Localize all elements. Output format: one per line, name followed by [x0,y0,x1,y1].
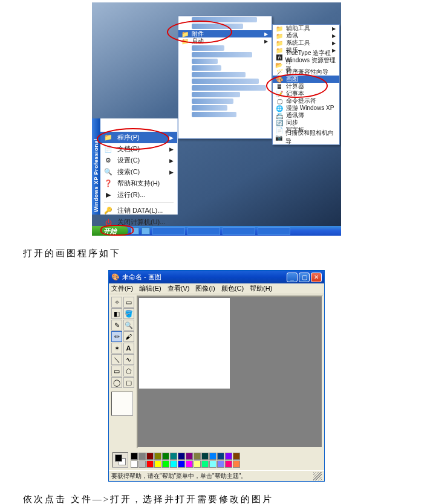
color-swatch[interactable] [209,453,217,460]
explorer-icon: 📂 [275,61,283,68]
acc-scanner[interactable]: 📷扫描仪和照相机向导 [273,134,339,141]
color-palette-bar [110,450,323,470]
tool-curve[interactable]: ∿ [123,354,134,365]
tool-brush[interactable]: 🖌 [123,331,134,342]
color-swatch[interactable] [170,453,177,460]
start-menu-settings[interactable]: ⚙ 设置(C) ▶ [100,155,177,166]
canvas[interactable] [139,298,230,389]
menu-file[interactable]: 文件(F) [111,284,133,293]
color-swatch[interactable] [170,460,177,468]
tool-text[interactable]: A [123,343,134,354]
close-button[interactable]: ✕ [311,273,322,282]
taskbar-item[interactable] [152,227,185,235]
maximize-button[interactable]: ▢ [299,273,310,282]
foreground-color [115,454,122,462]
acc-tour[interactable]: 🌐漫游 Windows XP [273,105,339,112]
color-swatch[interactable] [146,453,154,460]
color-swatch[interactable] [209,460,217,468]
color-swatch[interactable] [162,453,169,460]
color-swatch[interactable] [233,460,240,468]
folder-icon: 📁 [275,32,284,39]
tool-airbrush[interactable]: ✶ [111,343,122,354]
chevron-right-icon: ▶ [169,169,174,175]
tool-freeform-select[interactable]: ✧ [111,297,122,308]
minimize-button[interactable]: _ [287,273,298,282]
tool-rect[interactable]: ▭ [111,366,122,376]
menu-color[interactable]: 颜色(C) [221,284,244,293]
color-swatch[interactable] [225,460,232,468]
color-swatch[interactable] [233,453,240,460]
color-swatch[interactable] [217,453,224,460]
start-button[interactable]: 开始 [92,226,128,236]
color-swatch[interactable] [194,460,201,468]
color-swatch[interactable] [146,460,154,468]
menu-edit[interactable]: 编辑(E) [139,284,161,293]
color-swatch[interactable] [131,453,138,460]
color-swatch[interactable] [186,460,193,468]
color-swatch[interactable] [225,453,232,460]
tool-round-rect[interactable]: ▢ [123,377,134,388]
run-icon: ▶ [103,190,114,200]
quicklaunch-ie-icon[interactable] [131,227,139,234]
menu-view[interactable]: 查看(V) [168,284,190,293]
color-swatch[interactable] [131,460,138,468]
titlebar[interactable]: 🎨 未命名 - 画图 _ ▢ ✕ [109,271,324,283]
color-swatch[interactable] [138,453,146,460]
start-menu-logoff[interactable]: 🔑 注销 DATA(L)... [100,205,177,216]
tool-fill[interactable]: 🪣 [123,308,134,319]
acc-calculator[interactable]: 🖩计算器 [273,83,339,90]
taskbar-item[interactable] [187,227,220,235]
xp-brand-bar: Windows XP Professional [92,118,100,215]
color-swatch[interactable] [154,453,161,460]
color-swatch[interactable] [217,460,224,468]
color-swatch[interactable] [201,453,209,460]
calculator-icon: 🖩 [275,83,284,90]
paint-app-icon: 🎨 [111,273,120,282]
window-title: 未命名 - 画图 [122,273,161,282]
tool-eraser[interactable]: ◧ [111,308,122,319]
tool-polygon[interactable]: ⬠ [123,366,134,376]
tool-ellipse[interactable]: ◯ [111,377,122,388]
acc-paint[interactable]: 🎨画图 [273,76,339,83]
color-palette [131,453,240,468]
caption-1: 打开的画图程序如下 [23,248,433,259]
quicklaunch-icon[interactable] [142,227,150,234]
color-swatch[interactable] [178,453,185,460]
color-swatch[interactable] [138,460,146,468]
tool-pencil[interactable]: ✏ [111,331,122,342]
resize-grip[interactable] [313,472,322,480]
scanner-icon: 📷 [275,134,283,141]
sync-icon: 🔄 [275,119,284,126]
tool-line[interactable]: ＼ [111,354,122,365]
fg-bg-indicator[interactable] [112,452,128,468]
color-swatch[interactable] [186,453,193,460]
tool-eyedropper[interactable]: ✎ [111,320,122,331]
canvas-viewport[interactable] [137,296,323,448]
menu-help[interactable]: 帮助(H) [250,284,272,293]
color-swatch[interactable] [201,460,209,468]
folder-icon: 📁 [181,30,189,37]
taskbar-item[interactable] [223,227,255,235]
start-menu-help[interactable]: ❓ 帮助和支持(H) [100,178,177,189]
start-menu-run[interactable]: ▶ 运行(R)... [100,189,177,201]
color-swatch[interactable] [194,453,201,460]
acc-system-tools[interactable]: 📁系统工具▶ [273,39,339,47]
acc-address-book[interactable]: 📇通讯簿 [273,112,339,119]
acc-sync[interactable]: 🔄同步 [273,119,339,126]
taskbar: 开始 [92,226,341,236]
taskbar-item[interactable] [258,227,290,235]
start-menu-documents[interactable]: 📄 文档(D) ▶ [100,143,177,155]
color-swatch[interactable] [178,460,185,468]
programs-submenu: 📁 附件 ▶ 📁 启动 ▶ [178,16,272,139]
menu-image[interactable]: 图像(I) [195,284,215,293]
chevron-right-icon: ▶ [264,39,268,44]
tool-options[interactable] [111,392,133,416]
tool-rect-select[interactable]: ▭ [123,297,134,308]
tool-magnifier[interactable]: 🔍 [123,320,134,331]
start-menu-programs[interactable]: 📁 程序(P) ▶ [100,132,177,143]
color-swatch[interactable] [154,460,161,468]
color-swatch[interactable] [162,460,169,468]
acc-accessibility[interactable]: 📁辅助工具▶ [273,25,339,32]
start-menu-search[interactable]: 🔍 搜索(C) ▶ [100,166,177,178]
submenu-startup[interactable]: 📁 启动 ▶ [178,37,272,45]
